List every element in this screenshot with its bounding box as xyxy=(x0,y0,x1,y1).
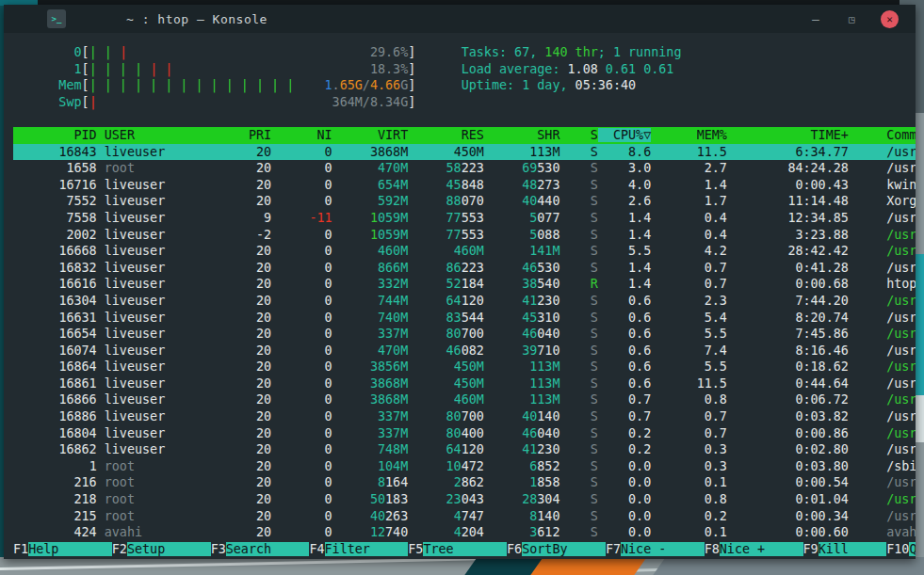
meter-line-Mem: Mem[| | | | | | | | | | | | | |1.65G/4.6… xyxy=(13,77,916,94)
window-title: ~ : htop — Konsole xyxy=(126,12,267,26)
fkey-F5[interactable]: F5 xyxy=(408,542,423,556)
process-row[interactable]: 16832 liveuser 20 0 866M 86223 46530 S 1… xyxy=(13,260,916,277)
process-row[interactable]: 7558 liveuser 9 -11 1059M 77553 5077 S 1… xyxy=(13,210,916,227)
process-row[interactable]: 218 root 20 0 50183 23043 28304 S 0.0 0.… xyxy=(13,491,916,508)
meter-bar: | | |29.6% xyxy=(89,44,409,61)
fkey-F7[interactable]: F7 xyxy=(606,542,621,556)
column-header-Command[interactable]: Command xyxy=(886,128,916,142)
process-row[interactable]: 216 root 20 0 8164 2862 1858 S 0.0 0.1 0… xyxy=(13,474,916,491)
blank-line xyxy=(13,110,916,127)
desktop-background-bottom xyxy=(0,557,924,575)
column-header-S[interactable]: S xyxy=(560,128,598,142)
fkey-F4[interactable]: F4 xyxy=(309,542,324,556)
konsole-app-icon: >_ xyxy=(47,9,66,28)
titlebar[interactable]: >_ ~ : htop — Konsole – ◳ ✕ xyxy=(4,5,916,33)
function-key-bar[interactable]: F1Help F2Setup F3Search F4Filter F5Tree … xyxy=(13,541,916,558)
column-header-PID[interactable]: PID xyxy=(13,128,97,142)
process-row[interactable]: 16304 liveuser 20 0 744M 64120 41230 S 0… xyxy=(13,293,916,310)
process-row[interactable]: 16886 liveuser 20 0 337M 80700 40140 S 0… xyxy=(13,408,916,425)
meter-line-0: 0[| | |29.6%] Tasks: 67, 140 thr; 1 runn… xyxy=(13,44,916,61)
fkey-F9[interactable]: F9 xyxy=(803,542,819,556)
desktop-streak xyxy=(0,557,490,571)
process-row-selected[interactable]: 16843 liveuser 20 0 3868M 450M 113M S 8.… xyxy=(13,144,916,161)
fkey-label-F1[interactable]: Help xyxy=(28,542,112,556)
column-header-VIRT[interactable]: VIRT xyxy=(332,128,409,142)
fkey-label-F4[interactable]: Filter xyxy=(325,542,409,556)
column-header-CPU%[interactable]: CPU%▽ xyxy=(598,128,651,142)
process-row[interactable]: 16716 liveuser 20 0 654M 45848 48273 S 4… xyxy=(13,177,916,194)
process-row[interactable]: 1 root 20 0 104M 10472 6852 S 0.0 0.3 0:… xyxy=(13,458,916,475)
meter-bar: |364M/8.34G xyxy=(89,94,409,111)
meter-line-1: 1[| | | | | |18.3%] Load average: 1.08 0… xyxy=(13,61,916,78)
maximize-button[interactable]: ◳ xyxy=(845,14,858,24)
process-row[interactable]: 16616 liveuser 20 0 332M 52184 38540 R 1… xyxy=(13,276,916,293)
fkey-label-F2[interactable]: Setup xyxy=(127,542,211,556)
process-row[interactable]: 1658 root 20 0 470M 58223 69530 S 3.0 2.… xyxy=(13,160,916,177)
process-row[interactable]: 16074 liveuser 20 0 470M 46082 39710 S 0… xyxy=(13,343,916,359)
fkey-F2[interactable]: F2 xyxy=(112,542,127,556)
process-row[interactable]: 2002 liveuser -2 0 1059M 77553 5088 S 1.… xyxy=(13,227,916,244)
process-row[interactable]: 215 root 20 0 40263 4747 8140 S 0.0 0.2 … xyxy=(13,508,916,525)
desktop-gray-shape xyxy=(653,557,924,575)
fkey-F6[interactable]: F6 xyxy=(507,542,522,556)
fkey-label-F7[interactable]: Nice - xyxy=(621,542,705,556)
fkey-F1[interactable]: F1 xyxy=(13,542,28,556)
close-button[interactable]: ✕ xyxy=(881,10,899,28)
process-row[interactable]: 424 avahi 20 0 12740 4204 3612 S 0.0 0.1… xyxy=(13,524,916,541)
minimize-button[interactable]: – xyxy=(809,12,822,26)
fkey-label-F5[interactable]: Tree xyxy=(423,542,507,556)
fkey-label-F3[interactable]: Search xyxy=(226,542,310,556)
process-row[interactable]: 16862 liveuser 20 0 748M 64120 41230 S 0… xyxy=(13,441,916,458)
fkey-label-F9[interactable]: Kill xyxy=(819,542,887,556)
desktop-background-right xyxy=(915,0,924,575)
process-row[interactable]: 16654 liveuser 20 0 337M 80700 46040 S 0… xyxy=(13,326,916,343)
process-row[interactable]: 16866 liveuser 20 0 3868M 460M 113M S 0.… xyxy=(13,391,916,408)
process-row[interactable]: 16864 liveuser 20 0 3856M 450M 113M S 0.… xyxy=(13,359,916,375)
column-header-USER[interactable]: USER xyxy=(105,128,181,142)
meter-line-Swp: Swp[|364M/8.34G] xyxy=(13,94,916,111)
process-row[interactable]: 7552 liveuser 20 0 592M 88070 40440 S 2.… xyxy=(13,193,916,210)
process-row[interactable]: 16861 liveuser 20 0 3868M 450M 113M S 0.… xyxy=(13,375,916,392)
htop-terminal[interactable]: 0[| | |29.6%] Tasks: 67, 140 thr; 1 runn… xyxy=(4,33,916,559)
meter-bar: | | | | | | | | | | | | | |1.65G/4.66G xyxy=(89,77,409,94)
fkey-label-F6[interactable]: SortBy xyxy=(522,542,606,556)
titlebar-buttons: – ◳ ✕ xyxy=(809,5,899,33)
column-header-MEM%[interactable]: MEM% xyxy=(651,128,727,142)
process-table-header[interactable]: PID USER PRI NI VIRT RES SHR S CPU%▽ MEM… xyxy=(13,127,916,144)
fkey-F8[interactable]: F8 xyxy=(705,542,720,556)
column-header-PRI[interactable]: PRI xyxy=(180,128,271,142)
konsole-window: >_ ~ : htop — Konsole – ◳ ✕ 0[| | |29.6%… xyxy=(4,5,916,559)
column-header-NI[interactable]: NI xyxy=(271,128,332,142)
desktop-orange-shape xyxy=(530,557,646,575)
column-header-RES[interactable]: RES xyxy=(408,128,484,142)
fkey-F3[interactable]: F3 xyxy=(211,542,226,556)
fkey-label-F10[interactable]: Quit xyxy=(909,542,916,556)
column-header-SHR[interactable]: SHR xyxy=(484,128,560,142)
process-row[interactable]: 16668 liveuser 20 0 460M 460M 141M S 5.5… xyxy=(13,243,916,260)
column-header-TIME+[interactable]: TIME+ xyxy=(727,128,849,142)
process-row[interactable]: 16804 liveuser 20 0 337M 80400 46040 S 0… xyxy=(13,425,916,442)
meter-bar: | | | | | |18.3% xyxy=(89,61,409,78)
fkey-F10[interactable]: F10 xyxy=(886,542,909,556)
process-row[interactable]: 16631 liveuser 20 0 740M 83544 45310 S 0… xyxy=(13,310,916,327)
fkey-label-F8[interactable]: Nice + xyxy=(720,542,803,556)
